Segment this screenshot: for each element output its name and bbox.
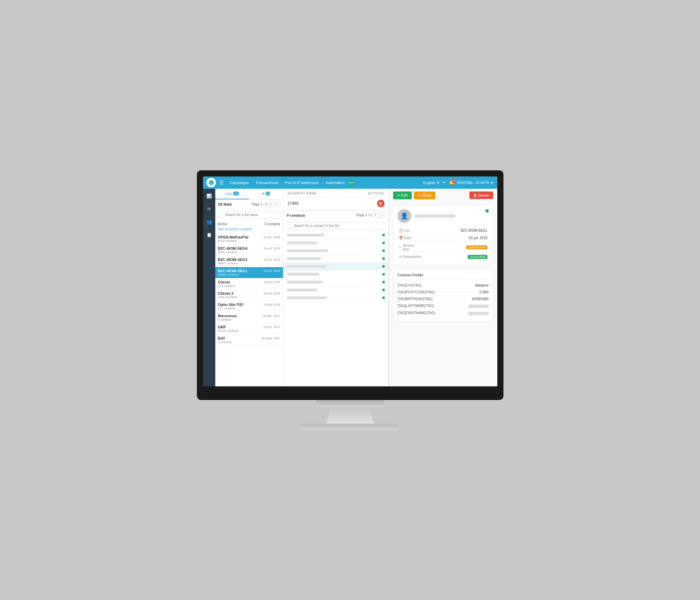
center-panel: Segment name Actions 17460 🗑 9 contacts [283, 189, 389, 386]
active-row: Active 0 contacts [218, 222, 280, 226]
detail-panel: ✏ Edit ⚠ Block 🗑 Delete 👤 [389, 189, 497, 386]
contact-row[interactable] [283, 255, 388, 263]
icon-bar-lists[interactable]: 📋 [204, 230, 214, 240]
bounce-badge: Soft Bounce [466, 245, 487, 249]
info-bounce-value: Soft Bounce [440, 242, 489, 253]
list-item[interactable]: B2C-WOM-SEG2 03 juil. 2018 99847 contact… [215, 256, 283, 267]
contacts-prev-button[interactable]: ‹ [373, 213, 378, 218]
lists-header: 10 lists Page 1 / 1 ‹ › [215, 200, 283, 210]
status-dot [382, 234, 385, 236]
contact-name-blurred [415, 214, 455, 218]
status-dot [382, 249, 385, 252]
contact-row[interactable] [283, 247, 388, 255]
tab-email[interactable]: ✉ 0 [249, 189, 283, 199]
list-item[interactable]: B2C-WOM-SEG1 03 juil. 2018 99656 contact… [215, 267, 283, 278]
status-dot [382, 265, 385, 268]
list-item[interactable]: BAT 30 sept. 2017 4 contacts [215, 335, 283, 346]
online-indicator [485, 209, 489, 213]
contact-row[interactable] [283, 278, 388, 286]
nav-transactional[interactable]: Transactional [253, 181, 281, 185]
contacts-header: 9 contacts Page 1 / 1 ‹ › [283, 211, 388, 220]
field-value-birthday: 15/09/1960 [471, 297, 488, 301]
active-section: Active 0 contacts See all active contact… [215, 220, 283, 233]
list-item[interactable]: Clients 14 juin 2018 474 contacts [215, 278, 283, 290]
main-layout: 📊 ✉ 👥 📋 Lists 10 ✉ 0 [203, 189, 497, 386]
next-page-button[interactable]: › [275, 202, 280, 207]
block-button[interactable]: ⚠ Block [414, 191, 436, 199]
custom-field-firstname: [TAG]FIRSTNAME[/TAG] [398, 310, 489, 317]
list-item[interactable]: GRP 19 oct. 2017 36431 contacts [215, 323, 283, 335]
nav-automation[interactable]: Automation [323, 181, 347, 185]
contact-row-selected[interactable] [283, 263, 388, 271]
contacts-list [283, 231, 388, 386]
active-contacts-count: 0 contacts [265, 222, 280, 226]
contact-name-bar [287, 265, 326, 268]
list-item[interactable]: Optin Site P2F 14 juin 2018 177 contacts [215, 301, 283, 312]
edit-button[interactable]: ✏ Edit [393, 191, 412, 199]
custom-field-postcode: [TAG]POSTCODE[/TAG] 17460 [398, 289, 489, 296]
see-all-active-link[interactable]: See all active contacts [218, 227, 252, 231]
contacts-pagination: Page 1 / 1 ‹ › [356, 213, 385, 218]
segment-delete-button[interactable]: 🗑 [377, 200, 385, 207]
segment-actions-label: Actions [368, 191, 385, 195]
contacts-next-button[interactable]: › [379, 213, 385, 218]
status-dot [382, 257, 385, 260]
delete-button[interactable]: 🗑 Delete [469, 191, 493, 199]
monitor-stand-middle [326, 407, 374, 424]
search-wrap: 🔍 [217, 211, 281, 218]
contacts-panel: 9 contacts Page 1 / 1 ‹ › 🔍 [283, 211, 389, 386]
contacts-count: 9 contacts [287, 213, 305, 217]
tab-lists[interactable]: Lists 10 [215, 189, 249, 199]
hamburger-icon[interactable]: ☰ [219, 180, 224, 185]
contact-row[interactable] [283, 271, 388, 278]
contact-row[interactable] [283, 294, 388, 302]
contact-search-input[interactable] [286, 222, 386, 229]
list-search-input[interactable] [217, 211, 281, 218]
field-value-firstname-blurred [468, 312, 489, 315]
nav-campaigns[interactable]: Campaigns [227, 181, 252, 185]
field-key-birthday: [TAG]BIRTHDAY[/TAG] [398, 297, 433, 301]
status-dot [382, 242, 385, 244]
edit-icon[interactable]: ✏ [443, 180, 446, 185]
contact-row[interactable] [283, 231, 388, 239]
custom-fields-title: Custom Fields [398, 273, 489, 279]
search-box: 🔍 [215, 210, 283, 220]
new-badge: new [349, 180, 354, 185]
subscription-badge: Subscribed [468, 255, 487, 259]
info-bounce-label: ↩ Bounce type [398, 242, 440, 253]
status-dot [382, 281, 385, 283]
segment-value-row: 17460 🗑 [283, 198, 389, 210]
calendar-icon: 📅 [399, 236, 403, 240]
contact-row[interactable] [283, 286, 388, 294]
screen-inner: S ☰ Campaigns Transactional Pool & IP Ad… [203, 176, 497, 386]
status-dot [382, 296, 385, 299]
list-item[interactable]: OPEN-MaPauPlai 10 oct. 2018 8713 contact… [215, 233, 283, 245]
list-item[interactable]: B2C-WOM-SEG4 24 juil. 2018 9975 contacts [215, 245, 283, 256]
contact-row[interactable] [283, 239, 388, 247]
prev-page-button[interactable]: ‹ [268, 202, 274, 207]
contact-name-bar [287, 281, 323, 283]
info-bounce-row: ↩ Bounce type Soft Bounce [398, 242, 489, 253]
segment-label: Segment name [287, 191, 317, 195]
contacts-page-text: Page 1 / 1 [356, 213, 372, 217]
nav-pool-ip[interactable]: Pool & IP Addresses [282, 181, 322, 185]
notifications[interactable]: 🔔 10 [449, 180, 454, 185]
field-value-postcode: 17460 [479, 290, 489, 294]
segment-value: 17460 [287, 201, 299, 206]
info-list-label: 📋 List [398, 227, 440, 234]
tab-lists-label: Lists [225, 192, 232, 196]
info-date-label: 📅 Date [398, 234, 440, 242]
svg-text:S: S [209, 181, 212, 184]
custom-field-lastname: [TAG]LASTNAME[/TAG] [398, 303, 489, 310]
tab-lists-count: 10 [233, 191, 239, 196]
user-menu[interactable]: ROSTAN - ID 8278 ▼ [457, 181, 494, 185]
info-subscription-value: Subscribed [440, 253, 489, 260]
contact-name-area [415, 214, 489, 218]
language-selector[interactable]: English ▼ [423, 181, 440, 185]
list-item[interactable]: Bienvenue 22 déc. 2017 2 contacts [215, 312, 283, 323]
icon-bar-contacts[interactable]: 👥 [204, 217, 214, 227]
icon-bar-dashboard[interactable]: 📊 [204, 191, 214, 201]
bounce-icon: ↩ [399, 245, 402, 249]
icon-bar-send[interactable]: ✉ [204, 204, 214, 214]
list-item[interactable]: Clients 2 14 juin 2018 2744 contacts [215, 290, 283, 301]
